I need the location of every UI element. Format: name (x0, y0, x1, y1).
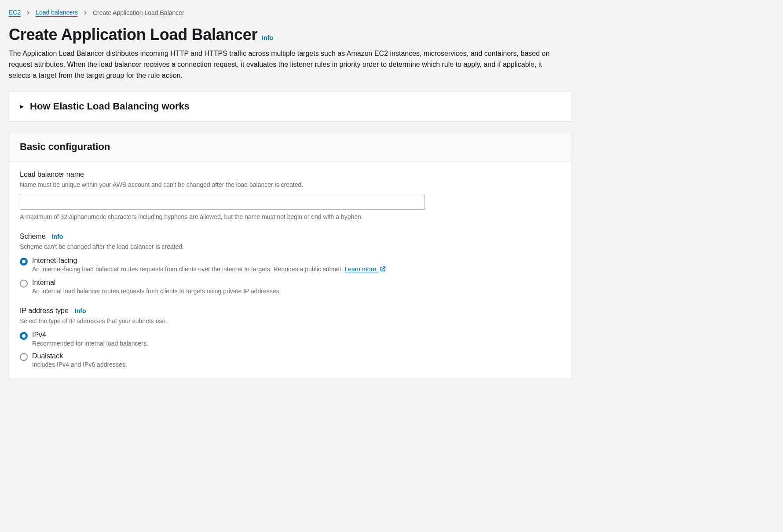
radio-desc: An internet-facing load balancer routes … (32, 266, 386, 273)
radio-label: Internal (32, 279, 281, 287)
panel-title: Basic configuration (20, 141, 561, 153)
radio-ip-type-ipv4[interactable]: IPv4 Recommended for internal load balan… (20, 331, 561, 347)
ip-type-hint: Select the type of IP addresses that you… (20, 317, 561, 326)
ip-type-label: IP address type (20, 307, 69, 315)
learn-more-link[interactable]: Learn more (345, 266, 378, 273)
radio-ip-type-dualstack[interactable]: Dualstack Includes IPv4 and IPv6 address… (20, 352, 561, 368)
external-link-icon (380, 266, 386, 273)
radio-label: Dualstack (32, 352, 127, 360)
panel-header: Basic configuration (9, 132, 571, 162)
chevron-right-icon (26, 9, 30, 16)
radio-scheme-internet-facing[interactable]: Internet-facing An internet-facing load … (20, 257, 561, 273)
expandable-toggle[interactable]: ▶ How Elastic Load Balancing works (9, 92, 571, 121)
page-description: The Application Load Balancer distribute… (9, 48, 563, 81)
radio-desc: Recommended for internal load balancers. (32, 340, 148, 347)
radio-desc: Includes IPv4 and IPv6 addresses. (32, 361, 127, 368)
lb-name-input[interactable] (20, 194, 424, 210)
radio-indicator-checked-icon (20, 332, 28, 340)
field-load-balancer-name: Load balancer name Name must be unique w… (20, 171, 561, 220)
page-title: Create Application Load Balancer (9, 26, 257, 44)
radio-desc: An internal load balancer routes request… (32, 288, 281, 295)
scheme-label: Scheme (20, 233, 46, 240)
info-link-ip-type[interactable]: Info (75, 307, 86, 314)
radio-indicator-checked-icon (20, 258, 28, 266)
panel-basic-configuration: Basic configuration Load balancer name N… (9, 132, 572, 379)
field-ip-address-type: IP address type Info Select the type of … (20, 307, 561, 368)
lb-name-hint: Name must be unique within your AWS acco… (20, 180, 561, 189)
expandable-title: How Elastic Load Balancing works (30, 101, 190, 112)
lb-name-label: Load balancer name (20, 171, 561, 179)
lb-name-constraint: A maximum of 32 alphanumeric characters … (20, 213, 561, 220)
breadcrumb-link-load-balancers[interactable]: Load balancers (36, 9, 78, 17)
caret-right-icon: ▶ (20, 103, 24, 109)
chevron-right-icon (83, 9, 88, 16)
breadcrumb: EC2 Load balancers Create Application Lo… (9, 9, 774, 17)
info-link-header[interactable]: Info (262, 34, 273, 41)
radio-indicator-icon (20, 353, 28, 361)
field-scheme: Scheme Info Scheme can't be changed afte… (20, 233, 561, 295)
radio-label: Internet-facing (32, 257, 386, 265)
radio-scheme-internal[interactable]: Internal An internal load balancer route… (20, 279, 561, 295)
info-link-scheme[interactable]: Info (52, 233, 63, 240)
radio-indicator-icon (20, 280, 28, 288)
scheme-hint: Scheme can't be changed after the load b… (20, 242, 561, 251)
expandable-panel-how-elb-works: ▶ How Elastic Load Balancing works (9, 91, 572, 121)
breadcrumb-current: Create Application Load Balancer (93, 9, 184, 16)
radio-label: IPv4 (32, 331, 148, 339)
breadcrumb-link-ec2[interactable]: EC2 (9, 9, 21, 17)
